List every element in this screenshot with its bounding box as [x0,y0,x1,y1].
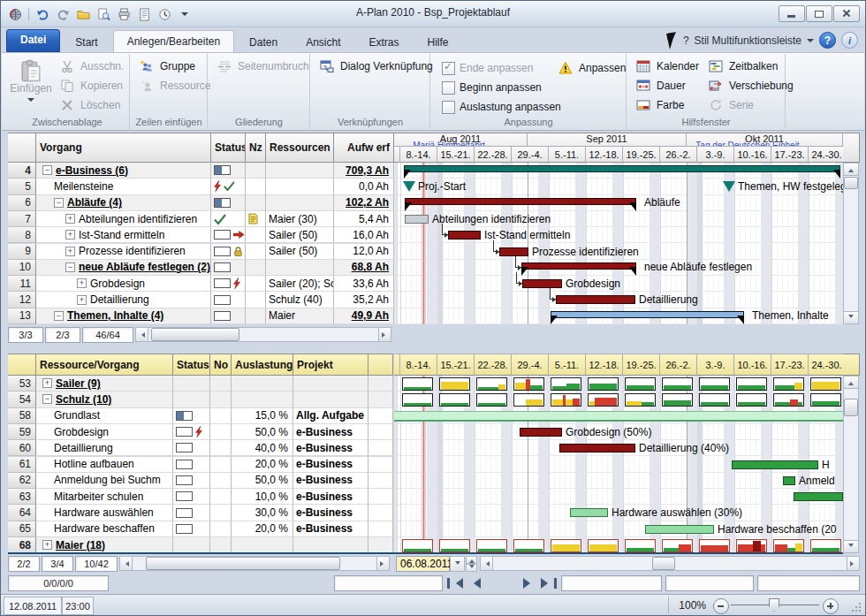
effort-cell[interactable]: 16,0 Ah [334,227,394,243]
resources-cell[interactable]: Schulz (40) [266,292,334,308]
tree-toggle[interactable] [65,262,75,272]
load-histogram-week[interactable] [773,393,804,407]
no-cell[interactable] [210,424,232,440]
zoom-in-button[interactable] [823,598,839,614]
gantt-hscrollbar-left-arrow[interactable] [480,556,493,571]
load-histogram-week[interactable] [736,539,767,552]
load-cell[interactable]: 20,0 % [232,521,293,537]
tab-extras[interactable]: Extras [356,33,413,52]
tab-hilfe[interactable]: Hilfe [414,33,462,52]
load-histogram-week[interactable] [402,393,433,407]
week-header[interactable]: 12.-18. [586,146,623,163]
task-name-cell[interactable]: Grobdesign [36,424,173,440]
load-histogram-week[interactable] [476,377,507,391]
task-name-cell[interactable]: Themen, Inhalte (4) [36,308,211,324]
week-header[interactable]: 26.-2. [660,146,697,163]
gantt-task-bar[interactable]: Detaillierung [556,295,635,304]
column-header-Ressourcen[interactable]: Ressourcen [266,133,334,163]
task-name-cell[interactable]: Maier (18) [36,537,173,553]
tree-toggle[interactable] [42,540,52,550]
status-cell[interactable] [173,424,210,440]
date-field[interactable]: 06.08.2011 [396,556,450,572]
load-histogram-week[interactable] [551,539,581,552]
gantt-task-bar[interactable]: Detaillierung (40%) [559,444,635,452]
tab-ansicht[interactable]: Ansicht [292,33,353,52]
task-name-cell[interactable]: Grobdesign [36,276,211,292]
extra-cell[interactable] [368,457,393,473]
status-cell[interactable] [211,227,246,243]
load-histogram-week[interactable] [736,393,767,407]
row-number[interactable]: 65 [8,521,36,537]
status-cell[interactable] [173,408,210,424]
no-cell[interactable] [210,521,232,537]
task-name-cell[interactable]: Mitarbeiter schulen [36,489,173,505]
load-histogram-week[interactable] [439,377,470,391]
week-header[interactable]: 15.-21. [437,354,475,376]
help-button[interactable] [819,32,836,49]
tree-toggle[interactable] [77,278,87,288]
task-name-cell[interactable]: Grundlast [36,408,173,424]
tree-toggle[interactable] [54,198,64,208]
load-histogram-week[interactable] [439,393,470,407]
project-cell[interactable]: e-Business [293,521,368,537]
tab-daten[interactable]: Daten [236,33,291,52]
upper-table-hscrollbar-left-arrow[interactable] [135,327,148,342]
load-histogram-week[interactable] [588,377,619,391]
gantt-summary-bar[interactable]: Abläufe [405,198,636,205]
row-number[interactable]: 7 [8,211,36,227]
task-name-cell[interactable]: neue Abläufe festlegen (2) [36,260,211,276]
load-histogram-week[interactable] [513,377,544,391]
load-histogram-week[interactable] [736,377,767,391]
load-histogram-week[interactable] [476,393,507,407]
no-cell[interactable] [210,392,232,407]
project-cell[interactable]: e-Business [293,489,368,505]
checkbox-ende-anpassen[interactable]: Ende anpassen [438,59,536,77]
load-cell[interactable] [232,392,293,407]
nav-prev-button[interactable] [468,576,482,590]
week-header[interactable]: 24.-30. [809,354,846,376]
gantt-summary-bar[interactable]: Themen, Inhalte [551,311,744,318]
style-switcher[interactable]: Stil Multifunktionsleiste [695,34,801,47]
status-cell[interactable] [211,308,246,324]
effort-cell[interactable]: 68,8 Ah [334,260,394,276]
month-header[interactable]: Sep 2011 [528,133,687,146]
minimize-button[interactable] [779,5,805,22]
lower-table-hscrollbar-thumb[interactable] [146,557,340,570]
note-cell[interactable] [246,227,266,243]
row-number[interactable]: 9 [8,244,36,260]
load-cell[interactable]: 20,0 % [232,457,293,473]
gantt-summary-bar[interactable]: neue Abläufe festlegen [521,262,636,270]
lower-table-hscrollbar-left-arrow[interactable] [119,556,133,571]
date-dropdown-button[interactable] [450,556,465,572]
upper-gantt-vscrollbar-down-arrow[interactable] [843,311,859,324]
load-histogram-week[interactable] [699,539,730,552]
no-cell[interactable] [210,537,232,553]
week-header[interactable]: 22.-28. [475,146,512,163]
ribbon-button-l-schen[interactable]: Löschen [57,96,124,114]
extra-cell[interactable] [368,408,393,424]
row-number[interactable]: 5 [8,179,36,194]
status-cell[interactable] [173,392,210,407]
status-cell[interactable] [173,457,210,473]
week-header[interactable]: 12.-18. [586,354,623,376]
load-histogram-week[interactable] [588,539,619,552]
row-number[interactable]: 58 [8,408,36,424]
row-number[interactable]: 12 [8,292,36,308]
status-cell[interactable] [173,537,210,553]
no-cell[interactable] [210,457,232,473]
row-number[interactable]: 54 [8,392,36,407]
row-number[interactable]: 60 [8,440,36,456]
load-histogram-week[interactable] [625,393,656,407]
week-header[interactable]: 19.-25. [623,146,660,163]
status-cell[interactable] [211,163,246,179]
lower-gantt-vscrollbar-thumb[interactable] [844,399,858,416]
week-header[interactable]: 5.-11. [549,354,586,376]
lower-gantt-vscrollbar-down-arrow[interactable] [843,540,859,553]
status-cell[interactable] [211,211,246,227]
load-histogram-week[interactable] [773,539,804,552]
row-number[interactable]: 8 [8,227,36,243]
week-header[interactable]: 3.-9. [697,146,734,163]
nav-first-button[interactable] [447,576,465,590]
load-histogram-week[interactable] [773,377,804,391]
week-header[interactable]: 22.-28. [475,354,512,376]
